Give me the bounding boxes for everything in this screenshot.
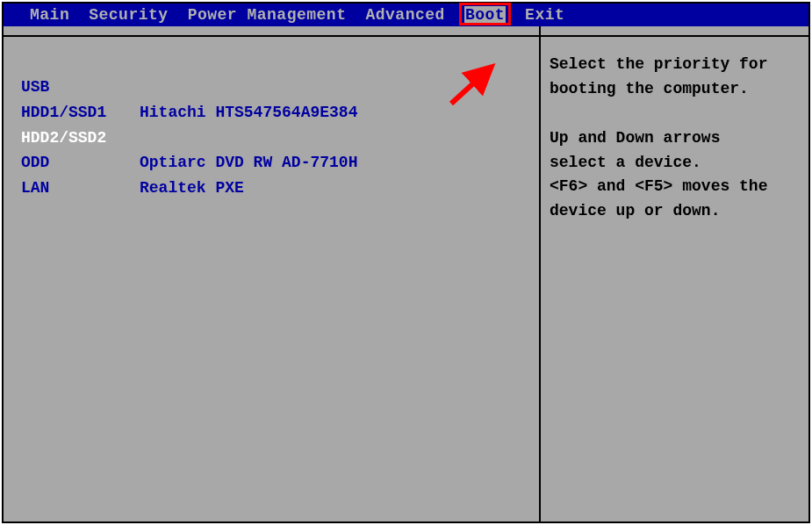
boot-row-hdd1[interactable]: HDD1/SSD1 Hitachi HTS547564A9E384 [21,100,521,126]
boot-label: ODD [21,150,140,176]
help-text: <F6> and <F5> moves the [550,175,798,199]
boot-priority-panel: USB HDD1/SSD1 Hitachi HTS547564A9E384 HD… [4,26,539,521]
menu-boot-wrap: Boot [464,6,506,24]
help-text: device up or down. [550,199,798,224]
menu-boot[interactable]: Boot [464,6,506,24]
help-text: booting the computer. [550,77,798,102]
help-text: Up and Down arrows [550,126,798,151]
boot-label: HDD2/SSD2 [21,126,140,151]
boot-priority-list[interactable]: USB HDD1/SSD1 Hitachi HTS547564A9E384 HD… [21,75,521,201]
menu-power-management[interactable]: Power Management [188,6,347,24]
help-text: Select the priority for [550,53,798,77]
menu-exit[interactable]: Exit [525,6,564,24]
help-panel: Select the priority for booting the comp… [541,26,808,521]
menu-advanced[interactable]: Advanced [365,6,444,24]
boot-value: Optiarc DVD RW AD-7710H [140,150,357,176]
boot-label: HDD1/SSD1 [21,100,140,126]
boot-label: USB [21,75,140,100]
menu-main[interactable]: Main [30,6,69,24]
bios-screen: Main Security Power Management Advanced … [2,2,810,523]
boot-row-usb[interactable]: USB [21,75,521,100]
boot-row-odd[interactable]: ODD Optiarc DVD RW AD-7710H [21,150,521,176]
menu-security[interactable]: Security [89,6,168,24]
boot-value: Realtek PXE [140,176,244,201]
boot-label: LAN [21,176,140,201]
help-text: select a device. [550,151,798,176]
menu-bar: Main Security Power Management Advanced … [4,4,808,26]
boot-row-hdd2[interactable]: HDD2/SSD2 [21,126,521,151]
content-area: USB HDD1/SSD1 Hitachi HTS547564A9E384 HD… [4,26,808,521]
spacer [550,102,798,126]
boot-row-lan[interactable]: LAN Realtek PXE [21,176,521,201]
boot-value: Hitachi HTS547564A9E384 [140,100,357,126]
